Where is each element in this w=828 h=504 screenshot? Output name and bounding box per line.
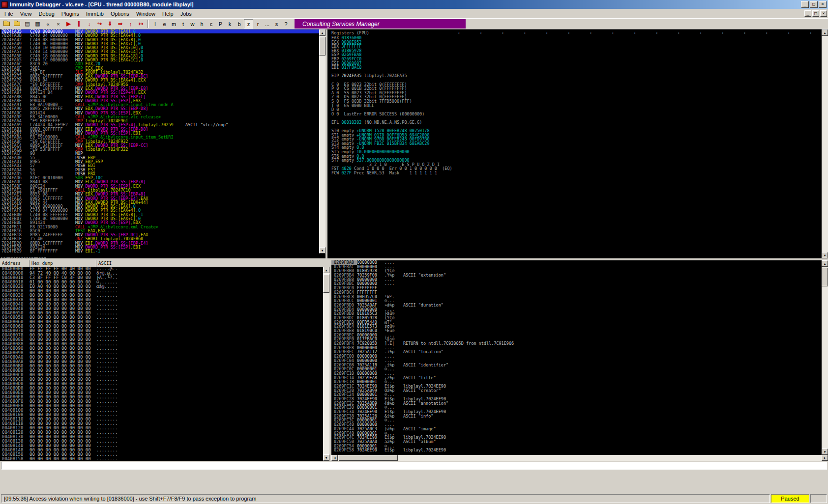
- stack-row[interactable]: 0269FC0400000000....: [331, 359, 822, 363]
- stack-row[interactable]: 0269FC207025A099Öá%pASCII "creator": [331, 389, 822, 393]
- scroll-down-button[interactable]: ▼: [822, 448, 828, 455]
- disasm-row[interactable]: 7024FA968B95 28FFFFFFMOV EDX,DWORD PTR S…: [1, 107, 319, 111]
- toolbar-letter-k[interactable]: k: [225, 19, 235, 28]
- dump-row[interactable]: 0040809800 00 00 00 00 00 00 00........: [2, 351, 323, 355]
- disasm-row[interactable]: 7024FAD553PUSH EBX: [1, 172, 319, 176]
- stack-row[interactable]: 0269FBB470259F08.Ÿ%pASCII "extension": [331, 273, 822, 278]
- toolbar-letter-e[interactable]: e: [160, 19, 169, 28]
- stack-row[interactable]: 0269FBE8018190C0└Éü☺: [331, 329, 822, 333]
- stack-row[interactable]: 0269FBB800000000....: [331, 278, 822, 282]
- disasm-row[interactable]: 7024FB1E75 40JNZ SHORT libplayl.7024FB60: [1, 237, 319, 241]
- dump-row[interactable]: 004080F000 00 00 00 00 00 00 00........: [2, 399, 323, 404]
- stack-row[interactable]: 0269FC1470259EA8¿ž%pASCII "title": [331, 376, 822, 380]
- flag-line[interactable]: O 0 LastErr ERROR_SUCCESS (00000000): [331, 112, 822, 116]
- menu-item-options[interactable]: Options: [107, 10, 133, 18]
- toolbar-letter-l[interactable]: l: [150, 19, 160, 28]
- disasm-row[interactable]: 7024FA8B8B45 0CMOV EAX,DWORD PTR SS:[EBP…: [1, 95, 319, 99]
- stack-row[interactable]: 0269FC1C7024EE90Éî$plibplayl.7024EE90: [331, 384, 822, 389]
- disasm-row[interactable]: 7024FAF3C700 00000000MOV DWORD PTR DS:[E…: [1, 204, 319, 208]
- dump-row[interactable]: 0040814000 00 00 00 00 00 00 00........: [2, 444, 323, 448]
- menu-item-window[interactable]: Window: [133, 10, 159, 18]
- column-header-ascii[interactable]: ASCII: [96, 260, 329, 267]
- dump-row[interactable]: 0040803800 00 00 00 00 00 00 00........: [2, 298, 323, 302]
- dump-row[interactable]: 0040811000 00 00 00 00 00 00 00........: [2, 417, 323, 421]
- stack-row[interactable]: 0269FC387025A126&í%pASCII "info": [331, 414, 822, 419]
- pause-button[interactable]: ∥: [74, 19, 84, 28]
- disasm-row[interactable]: 7024FA6F39D1CMP ECX,EDX: [1, 66, 319, 70]
- dump-row[interactable]: 0040813000 00 00 00 00 00 00 00........: [2, 435, 323, 439]
- scroll-down-button[interactable]: ▼: [323, 454, 329, 461]
- stack-row[interactable]: 0269FBC4FFFFFFFF: [331, 290, 822, 295]
- close-button[interactable]: ×: [819, 1, 827, 8]
- toolbar-letter-c[interactable]: c: [207, 19, 216, 28]
- step-into-button[interactable]: ↓: [84, 19, 94, 28]
- flag-line[interactable]: P 0 CS 001B 32bit 0(FFFFFFFF): [331, 86, 822, 91]
- flag-line[interactable]: S 0 FS 003B 32bit 7FFD5000(FFF): [331, 99, 822, 104]
- register-eip[interactable]: EIP 7024FA35 libplayl.7024FA35: [331, 74, 822, 78]
- stack-row[interactable]: 0269FBFC7025A112.í%pASCII "location": [331, 350, 822, 354]
- scroll-down-button[interactable]: ▼: [822, 252, 828, 258]
- dump-row[interactable]: 004080E800 00 00 00 00 00 00 00........: [2, 395, 323, 399]
- dump-row[interactable]: 00408010C3 8F FF FF C0 3F 00 00├Å..└?..: [2, 276, 323, 280]
- dump-row[interactable]: 0040804000 00 00 00 00 00 00 00........: [2, 302, 323, 307]
- disasm-row[interactable]: 7024FABAE8 E9100000CALL <JMP.&libvlccore…: [1, 135, 319, 139]
- toolbar-letter-t[interactable]: t: [178, 19, 188, 28]
- stack-row[interactable]: 0269FBE40181E573sσü☺: [331, 324, 822, 329]
- flag-line[interactable]: T 0 GS 0000 NULL: [331, 104, 822, 108]
- disasm-row[interactable]: 7024FAB7893C24MOV DWORD PTR SS:[ESP],EDI: [1, 131, 319, 135]
- dump-row[interactable]: 004080B800 00 00 00 00 00 00 00........: [2, 368, 323, 373]
- disasm-row[interactable]: 7024FA6C83C0 20ADD EAX,20: [1, 62, 319, 66]
- register-ebx[interactable]: EBX 01805928: [331, 49, 822, 53]
- view-windows-button[interactable]: ▦: [32, 19, 43, 28]
- scroll-left-button[interactable]: ◀: [331, 455, 338, 461]
- toolbar-letter-dots[interactable]: ...: [263, 19, 272, 28]
- dump-row[interactable]: 0040812800 00 00 00 00 00 00 00........: [2, 430, 323, 435]
- disasm-row[interactable]: 7024FB00C740 08 FFFFFFFMOV DWORD PTR DS:…: [1, 213, 319, 217]
- dump-row[interactable]: 0040815000 00 00 00 00 00 00 00........: [2, 452, 323, 457]
- disasm-row[interactable]: 7024FB07C740 0C 0000000MOV DWORD PTR DS:…: [1, 217, 319, 221]
- menu-item-jobs[interactable]: Jobs: [177, 10, 195, 18]
- register-efl[interactable]: EFL 00010202 (NO,NB,NE,A,NS,PO,GE,G): [331, 120, 822, 125]
- column-header-hexdump[interactable]: Hex dump: [30, 260, 96, 267]
- stack-row[interactable]: 0269FBEC00000000....: [331, 333, 822, 337]
- stack-scrollbar[interactable]: ▲ ▼: [822, 260, 828, 455]
- disasm-row[interactable]: 7024FAD055PUSH EBP: [1, 156, 319, 160]
- disasm-row[interactable]: 7024FA818B8D 18FFFFFFMOV ECX,DWORD PTR S…: [1, 86, 319, 90]
- stack-row[interactable]: 0269FBF47C92005D].É|RETURN to ntdll.7C92…: [331, 341, 822, 346]
- consulting-banner[interactable]: Consulting Services Manager: [295, 19, 466, 28]
- command-input[interactable]: [1, 462, 827, 470]
- goto-button[interactable]: ↦: [136, 19, 146, 28]
- toolbar-letter-h[interactable]: h: [197, 19, 207, 28]
- dump-row[interactable]: 00408020E0 A0 40 00 00 00 00 00αá@.....: [2, 284, 323, 289]
- disasm-row[interactable]: 7024FACF90NOP: [1, 151, 319, 155]
- scroll-thumb[interactable]: [323, 274, 329, 293]
- register-st6[interactable]: ST6 empty 0.0: [331, 154, 822, 159]
- stack-row[interactable]: 0269FBA800000000....: [331, 260, 822, 265]
- disasm-row[interactable]: 7024FA738B85 24FFFFFFMOV EAX,DWORD PTR S…: [1, 74, 319, 78]
- close-program-button[interactable]: ×: [53, 19, 63, 28]
- scroll-track[interactable]: [822, 36, 828, 252]
- disasm-row[interactable]: 7024FB11E8 D2170000CALL <JMP.&libvlccore…: [1, 225, 319, 229]
- toolbar-letter-s[interactable]: s: [272, 19, 281, 28]
- dump-row[interactable]: 004080C800 00 00 00 00 00 00 00........: [2, 377, 323, 382]
- toolbar-letter-b[interactable]: b: [235, 19, 244, 28]
- dump-row[interactable]: 0040804800 00 00 00 00 00 00 00........: [2, 307, 323, 311]
- restore-button[interactable]: □: [810, 1, 818, 8]
- dump-row[interactable]: 0040806000 00 00 00 00 00 00 00........: [2, 320, 323, 324]
- column-header-address[interactable]: Address: [0, 260, 30, 267]
- dump-row[interactable]: 0040807800 00 00 00 00 00 00 00........: [2, 333, 323, 337]
- dump-row[interactable]: 0040801801 00 00 00 00 00 00 00☺.......: [2, 280, 323, 284]
- disasm-row[interactable]: 7024FADF890C24MOV DWORD PTR SS:[ESP],ECX: [1, 184, 319, 188]
- view-memory-button[interactable]: ▤: [22, 19, 32, 28]
- disasm-row[interactable]: 7024FAC48B95 34FFFFFFMOV EDX,DWORD PTR S…: [1, 143, 319, 147]
- dump-row[interactable]: 004080E000 00 00 00 00 00 00 00........: [2, 391, 323, 395]
- stack-row[interactable]: 0269FBB001805928(YÇ☺: [331, 269, 822, 273]
- register-ebp[interactable]: EBP 0269FCC0: [331, 57, 822, 61]
- disasm-row[interactable]: 7024FAB18BBD 28FFFFFFMOV EDI,DWORD PTR S…: [1, 127, 319, 131]
- menu-item-file[interactable]: File: [1, 10, 17, 18]
- menu-item-view[interactable]: View: [17, 10, 35, 18]
- disasm-row[interactable]: 7024FA91E8 0A190000CALL <JMP.&libvlccore…: [1, 103, 319, 107]
- minimize-button[interactable]: _: [801, 1, 809, 8]
- stack-row[interactable]: 0269FC4C7024EE90Éî$plibplayl.7024EE90: [331, 435, 822, 440]
- stack-hscrollbar[interactable]: ◀ ▶: [331, 455, 828, 461]
